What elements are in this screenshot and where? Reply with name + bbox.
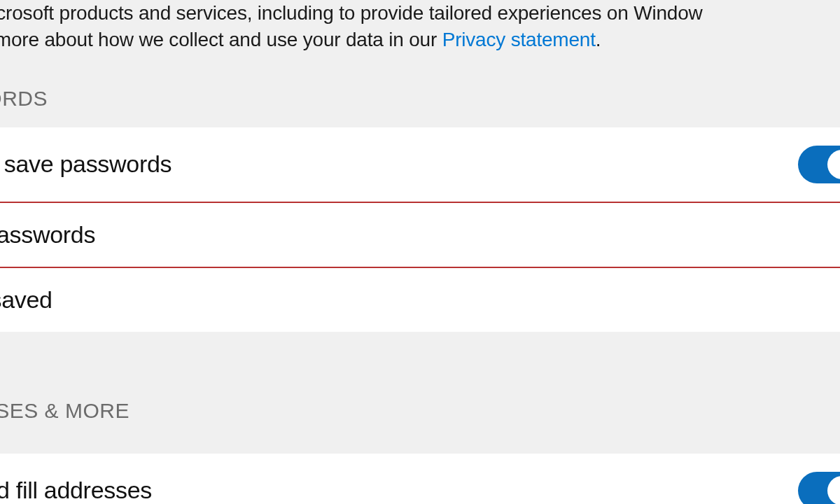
privacy-statement-link[interactable]: Privacy statement [442, 29, 596, 50]
toggle-knob [827, 150, 840, 179]
passwords-list: er to save passwords ed passwords ver sa… [0, 127, 840, 332]
saved-passwords-row[interactable]: ed passwords [0, 203, 840, 268]
save-and-fill-addresses-row[interactable]: e and fill addresses [0, 454, 840, 504]
never-saved-row[interactable]: ver saved [0, 268, 840, 332]
addresses-list: e and fill addresses [0, 454, 840, 504]
offer-to-save-passwords-row[interactable]: er to save passwords [0, 127, 840, 203]
intro-line2-prefix: earn more about how we collect and use y… [0, 29, 442, 50]
passwords-section-header: SWORDS [0, 74, 840, 127]
save-and-fill-addresses-label: e and fill addresses [0, 477, 152, 504]
saved-passwords-label: ed passwords [0, 221, 95, 248]
privacy-intro-text: ss Microsoft products and services, incl… [0, 0, 840, 74]
offer-to-save-passwords-label: er to save passwords [0, 150, 172, 178]
intro-line1: ss Microsoft products and services, incl… [0, 2, 703, 24]
offer-to-save-passwords-toggle[interactable] [798, 146, 840, 183]
save-and-fill-addresses-toggle[interactable] [798, 472, 840, 504]
section-gap [0, 332, 840, 386]
toggle-knob [827, 476, 840, 504]
addresses-section-header: RESSES & MORE [0, 386, 840, 440]
never-saved-label: ver saved [0, 286, 52, 314]
intro-period: . [596, 29, 601, 50]
